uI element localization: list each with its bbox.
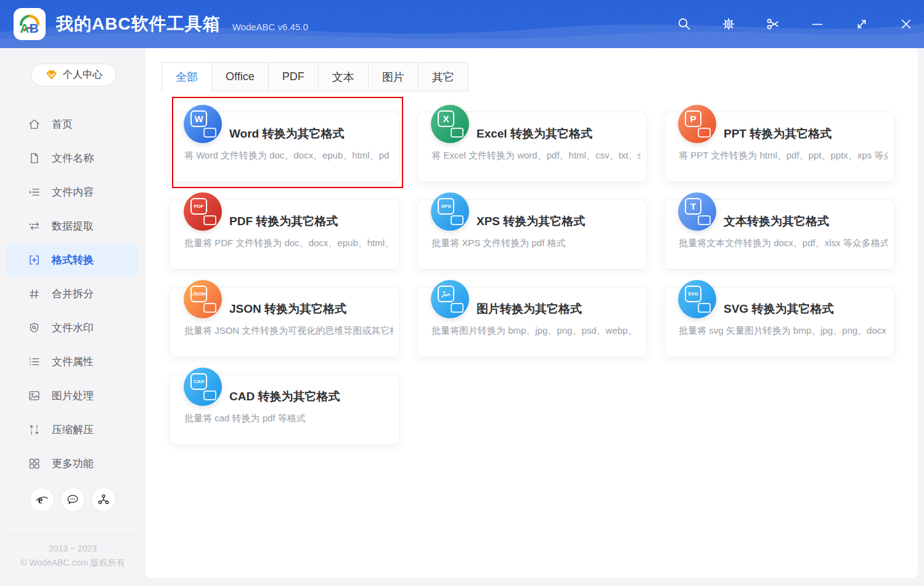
app-title: 我的ABC软件工具箱: [56, 12, 221, 36]
close-button[interactable]: [898, 16, 914, 32]
tab-image[interactable]: 图片: [368, 62, 419, 91]
copyright-years: 2013 ~ 2023: [0, 542, 145, 556]
card-word-convert[interactable]: W Word 转换为其它格式 将 Word 文件转换为 doc、docx、epu…: [170, 112, 400, 182]
cut-tool-button[interactable]: [765, 16, 781, 32]
card-pdf-convert[interactable]: PDF PDF 转换为其它格式 批量将 PDF 文件转换为 doc、docx、e…: [170, 199, 400, 270]
sidebar-item-format-convert[interactable]: 格式转换: [6, 243, 138, 277]
icon-subbox: [698, 303, 711, 313]
svg-text:AB: AB: [20, 21, 38, 35]
icon-subbox: [451, 215, 464, 225]
format-convert-icon: [28, 254, 41, 266]
website-link-button[interactable]: e: [30, 487, 54, 512]
sidebar-divider: [6, 96, 138, 97]
card-cad-convert[interactable]: CAD CAD 转换为其它格式 批量将 cad 转换为 pdf 等格式: [170, 374, 400, 445]
sidebar-item-file-name[interactable]: 文件名称: [6, 141, 138, 175]
card-json-convert[interactable]: JSON JSON 转换为其它格式 批量将 JSON 文件转换为可视化的思维导图…: [170, 287, 400, 357]
icon-image-pictogram: [438, 286, 454, 302]
file-props-icon: [28, 355, 41, 368]
minimize-button[interactable]: [809, 16, 825, 32]
card-ppt-convert[interactable]: P PPT 转换为其它格式 将 PPT 文件转换为 html、pdf、ppt、p…: [664, 112, 894, 182]
ppt-convert-icon: P: [678, 105, 716, 143]
tab-text[interactable]: 文本: [318, 62, 369, 91]
sidebar-item-watermark[interactable]: 文件水印: [6, 311, 138, 345]
copyright-line: © WodeABC.com 版权所有: [0, 556, 145, 570]
search-icon: [677, 17, 692, 31]
icon-letter: P: [685, 110, 701, 127]
icon-letter: X: [438, 110, 454, 127]
icon-subbox: [698, 128, 711, 138]
card-image-convert[interactable]: 图片转换为其它格式 批量将图片转换为 bmp、jpg、png、psd、webp、: [417, 287, 647, 357]
sidebar-item-compress[interactable]: 压缩解压: [6, 413, 138, 447]
sidebar-item-home[interactable]: 首页: [6, 107, 138, 141]
card-excel-convert[interactable]: X Excel 转换为其它格式 将 Excel 文件转换为 word、pdf、h…: [417, 112, 647, 182]
card-xps-convert[interactable]: XPS XPS 转换为其它格式 批量将 XPS 文件转换为 pdf 格式: [417, 199, 647, 270]
maximize-button[interactable]: [854, 16, 870, 32]
tab-office[interactable]: Office: [211, 62, 269, 91]
personal-center-button[interactable]: 个人中心: [31, 64, 117, 86]
text-convert-icon: T: [678, 192, 716, 231]
icon-letter: T: [685, 198, 701, 215]
word-convert-icon: W: [184, 105, 222, 143]
json-convert-icon: JSON: [184, 280, 222, 318]
card-desc: 批量将图片转换为 bmp、jpg、png、psd、webp、: [431, 325, 640, 337]
category-tabs: 全部 Office PDF 文本 图片 其它: [161, 62, 918, 91]
sidebar-item-data-extract[interactable]: 数据提取: [6, 209, 138, 243]
card-title: Word 转换为其它格式: [229, 126, 344, 142]
share-button[interactable]: [91, 487, 116, 512]
sidebar: 个人中心 首页 文件名称 文件内容: [0, 48, 145, 586]
search-button[interactable]: [676, 16, 692, 32]
sidebar-item-image-process[interactable]: 图片处理: [6, 379, 138, 413]
sidebar-item-label: 文件属性: [52, 355, 94, 369]
card-desc: 批量将 JSON 文件转换为可视化的思维导图或其它格: [184, 325, 393, 337]
cad-convert-icon: CAD: [184, 368, 222, 406]
card-svg-convert[interactable]: SVG SVG 转换为其它格式 批量将 svg 矢量图片转换为 bmp、jpg、…: [664, 287, 894, 357]
sidebar-item-merge-split[interactable]: 合并拆分: [6, 277, 138, 311]
minimize-icon: [810, 17, 825, 31]
sidebar-item-label: 文件名称: [52, 151, 94, 165]
feedback-button[interactable]: [60, 487, 85, 512]
settings-button[interactable]: [721, 16, 737, 32]
tab-all[interactable]: 全部: [161, 62, 212, 91]
icon-subbox: [203, 215, 216, 225]
card-title: XPS 转换为其它格式: [476, 213, 585, 229]
image-convert-icon: [431, 280, 469, 318]
feedback-chat-icon: [66, 493, 80, 506]
scissors-icon: [766, 17, 780, 31]
pdf-convert-icon: PDF: [184, 192, 222, 231]
file-content-icon: [28, 186, 41, 199]
card-title: CAD 转换为其它格式: [229, 389, 340, 405]
tab-other[interactable]: 其它: [418, 62, 468, 91]
tool-card-grid: W Word 转换为其它格式 将 Word 文件转换为 doc、docx、epu…: [170, 112, 918, 445]
maximize-icon: [854, 17, 869, 31]
icon-letter: PDF: [190, 198, 207, 215]
icon-subbox: [698, 215, 711, 225]
home-icon: [28, 118, 41, 131]
sidebar-item-more-features[interactable]: 更多功能: [6, 447, 138, 481]
card-desc: 批量将 svg 矢量图片转换为 bmp、jpg、png、docx: [679, 325, 888, 337]
vip-gem-icon: [45, 68, 58, 81]
file-name-icon: [28, 152, 41, 165]
watermark-icon: [28, 321, 41, 334]
card-desc: 将 Word 文件转换为 doc、docx、epub、html、pd: [184, 150, 393, 162]
icon-subbox: [203, 128, 216, 138]
tab-pdf[interactable]: PDF: [268, 62, 319, 91]
svg-text:e: e: [38, 494, 43, 506]
sidebar-item-label: 更多功能: [52, 456, 94, 471]
sidebar-item-label: 压缩解压: [52, 423, 94, 437]
sidebar-item-label: 文件内容: [52, 185, 94, 199]
sidebar-item-file-content[interactable]: 文件内容: [6, 175, 138, 209]
card-text-convert[interactable]: T 文本转换为其它格式 批量将文本文件转换为 docx、pdf、xlsx 等众多…: [664, 199, 894, 270]
card-desc: 批量将 PDF 文件转换为 doc、docx、epub、html、: [184, 237, 393, 249]
card-desc: 将 PPT 文件转换为 html、pdf、ppt、pptx、xps 等众: [679, 150, 888, 162]
close-icon: [899, 17, 914, 31]
sidebar-item-label: 合并拆分: [52, 287, 94, 301]
card-title: Excel 转换为其它格式: [476, 126, 592, 142]
logo-letter-a: A: [20, 21, 29, 35]
logo-letter-b: B: [29, 21, 38, 35]
compress-icon: [28, 423, 41, 436]
ie-browser-icon: e: [35, 493, 49, 506]
copyright: 2013 ~ 2023 © WodeABC.com 版权所有: [0, 542, 145, 570]
sidebar-item-file-props[interactable]: 文件属性: [6, 345, 138, 379]
card-title: PPT 转换为其它格式: [724, 126, 832, 142]
icon-letter: W: [190, 110, 207, 127]
